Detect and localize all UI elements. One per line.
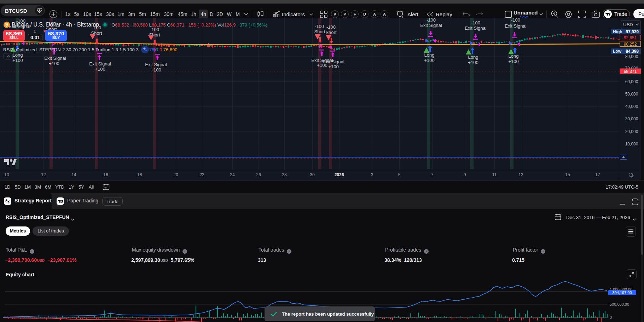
svg-text:500,000.00: 500,000.00 <box>610 302 629 306</box>
svg-text:894,197.00: 894,197.00 <box>612 291 632 295</box>
svg-text:0: 0 <box>610 315 612 320</box>
